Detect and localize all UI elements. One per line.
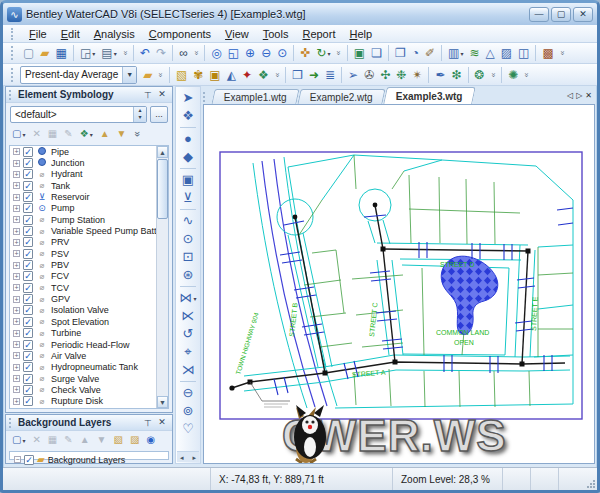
symbology-checkbox[interactable]: ✓ [23,374,33,384]
symbology-item-variable-speed-pump-battery[interactable]: +✓⌀Variable Speed Pump Battery [10,225,168,236]
loadbuilder-icon[interactable]: ❉ [394,66,408,84]
help-icon[interactable]: ◉ [144,432,157,448]
external-tools-icon[interactable]: ✇ [362,66,376,84]
symbology-item-spot-elevation[interactable]: +✓⌀Spot Elevation [10,316,168,327]
expand-icon[interactable]: + [13,341,20,348]
find-element-icon[interactable]: ✐ [423,44,437,62]
symbology-checkbox[interactable]: ✓ [23,147,33,157]
menu-edit[interactable]: Edit [54,26,87,42]
redo-icon[interactable]: ↷ [154,44,168,62]
query-icon[interactable]: ◔ [410,44,421,62]
toolbar-overflow-icon[interactable]: » [558,44,566,62]
symbology-checkbox[interactable]: ✓ [23,226,33,236]
zoom-in-icon[interactable]: ⊕ [243,44,257,62]
expand-icon[interactable]: + [13,182,20,189]
symbology-item-fcv[interactable]: +✓⌀FCV [10,271,168,282]
expand-icon[interactable]: + [13,228,20,235]
select-tool-icon[interactable]: ➤ [181,89,196,107]
tab-scroll-left-icon[interactable]: ◁ [567,91,573,100]
new-symbology-icon[interactable]: ▢▾ [10,126,27,142]
symbology-item-pump[interactable]: +✓⊙Pump [10,203,168,214]
move-down-icon[interactable]: ▼ [95,432,109,448]
zoom-extents-icon[interactable]: ◎ [209,44,223,62]
move-up-icon[interactable]: ▲ [98,126,112,142]
symbology-checkbox[interactable]: ✓ [23,283,33,293]
delete-symbology-icon[interactable]: ✕ [30,126,42,142]
move-down-icon[interactable]: ▼ [115,126,129,142]
tab-example2-wtg[interactable]: Example2.wtg [297,89,385,104]
expand-icon[interactable]: + [13,307,20,314]
turbine-tool-icon[interactable]: ↺ [181,325,196,343]
zoom-previous-icon[interactable]: ⊙ [275,44,289,62]
close-icon[interactable]: ✕ [155,416,169,429]
symbology-checkbox[interactable]: ✓ [23,249,33,259]
scrollbar-thumb[interactable] [157,159,168,219]
spot-elevation-tool-icon[interactable]: ⌖ [182,343,193,361]
symbology-checkbox[interactable]: ✓ [23,181,33,191]
expand-icon[interactable]: + [13,375,20,382]
symbology-item-tcv[interactable]: +✓⌀TCV [10,282,168,293]
symbology-item-check-valve[interactable]: +✓⌀Check Valve [10,384,168,395]
expand-icon[interactable]: + [13,205,20,212]
duplicate-layer-icon[interactable]: ▦ [46,432,59,448]
network-navigator-icon[interactable]: ✒ [433,66,447,84]
expand-icon[interactable]: + [13,194,20,201]
title-bar[interactable]: ∿ Bentley WaterCAD V8i (SELECTseries 4) … [3,3,597,25]
move-up-icon[interactable]: ▲ [78,432,92,448]
delete-layer-icon[interactable]: ✕ [30,432,42,448]
dropdown-arrow-icon[interactable]: ▾ [92,50,95,57]
expand-icon[interactable]: + [13,273,20,280]
drawing-canvas[interactable]: STREET D COMMON LAND OPEN STREET A STREE… [203,104,595,464]
isolation-valve-tool-icon[interactable]: ⋉ [180,307,197,325]
symbology-item-junction[interactable]: +✓Junction [10,157,168,168]
new-layer-icon[interactable]: ▢▾ [10,432,27,448]
zoom-out-icon[interactable]: ⊖ [259,44,273,62]
unit-demands-icon[interactable]: ◭ [225,66,238,84]
expand-icon[interactable]: + [13,386,20,393]
tab-example3-wtg[interactable]: Example3.wtg [383,87,475,104]
tab-close-icon[interactable]: ✕ [585,91,592,100]
symbology-checkbox[interactable]: ✓ [23,271,33,281]
duplicate-symbology-icon[interactable]: ▦ [46,126,59,142]
thematic-map-icon[interactable]: ❇ [449,66,463,84]
symbology-checkbox[interactable]: ✓ [23,260,33,270]
calculation-options-icon[interactable]: ✾ [191,66,205,84]
print-preview-icon[interactable]: ◲▾ [78,44,97,62]
chevron-down-icon[interactable]: ▼ [122,67,136,83]
symbology-checkbox[interactable]: ✓ [23,396,33,406]
toolbar-overflow-icon[interactable]: » [132,126,142,142]
expand-icon[interactable]: + [13,296,20,303]
pan-icon[interactable]: ✜ [298,44,312,62]
compute-icon[interactable]: ❒ [290,66,305,84]
layers-icon[interactable]: ❏ [369,44,384,62]
symbology-item-psv[interactable]: +✓⌀PSV [10,248,168,259]
validate-icon[interactable]: ➜ [307,66,321,84]
symbology-item-isolation-valve[interactable]: +✓⌀Isolation Valve [10,305,168,316]
undo-icon[interactable]: ↶ [138,44,152,62]
dropdown-arrow-icon[interactable]: ▾ [22,437,25,444]
flextable-icon[interactable]: ▥▾ [446,44,465,62]
expand-icon[interactable]: + [13,239,20,246]
dropdown-arrow-icon[interactable]: ▾ [90,131,93,138]
background-layers-header[interactable]: Background Layers ⊥ ✕ [6,415,172,431]
valve-tool-icon[interactable]: ⋈▾ [177,289,198,307]
symbology-item-tank[interactable]: +✓⌀Tank [10,180,168,191]
expand-icon[interactable]: + [13,330,20,337]
symbology-item-rupture-disk[interactable]: +✓⌀Rupture Disk [10,396,168,407]
toolbar-overflow-icon[interactable]: » [121,44,129,62]
symbology-checkbox[interactable]: ✓ [23,362,33,372]
toolbar-overflow-icon[interactable]: » [522,66,530,84]
save-icon[interactable]: ▦ [54,44,69,62]
pump-tool-icon[interactable]: ⊙ [181,230,196,248]
symbology-item-pump-station[interactable]: +✓⌀Pump Station [10,214,168,225]
scenario-select[interactable]: Present-day Average▼ [20,66,137,84]
symbology-preset-select[interactable]: <default> ▴▾ [10,106,147,123]
menu-report[interactable]: Report [295,26,342,42]
menu-tools[interactable]: Tools [256,26,296,42]
select-by-attribute-icon[interactable]: ➢ [346,66,360,84]
edit-layer-icon[interactable]: ✎ [62,432,74,448]
symbology-item-reservoir[interactable]: +✓⊻Reservoir [10,191,168,202]
expand-icon[interactable]: + [13,171,20,178]
expand-icon[interactable]: + [13,318,20,325]
symbology-checkbox[interactable]: ✓ [23,340,33,350]
